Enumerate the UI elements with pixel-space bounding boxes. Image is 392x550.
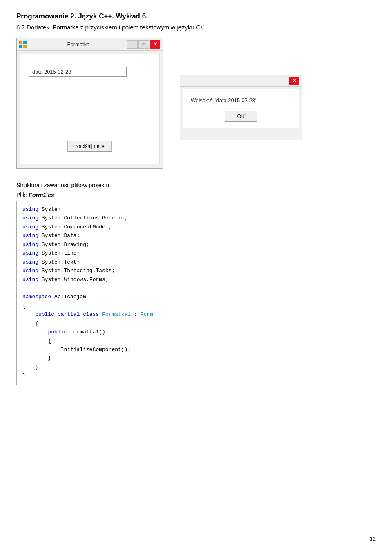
code-line-18: } [22,363,239,371]
dialog-window: ✕ Wpisałeś: 'data 2015-02-28' OK [180,75,302,140]
code-line-1: using System; [22,205,239,214]
code-line-17: } [22,354,239,362]
dialog-ok-button[interactable]: OK [225,111,258,122]
main-window-controls: − □ ✕ [127,40,160,49]
code-line-7: using System.Text; [22,258,239,266]
main-window-title: Formatka [30,41,127,47]
svg-rect-0 [19,41,22,44]
page-subtitle: 6.7 Dodatek. Formatka z przyciskiem i po… [16,24,376,31]
filename: Form1.cs [29,192,54,198]
page-header: Programowanie 2. Język C++. Wykład 6. 6.… [16,12,376,31]
code-line-blank [22,284,239,293]
file-prefix: Plik: [16,192,29,198]
dialog-close-button[interactable]: ✕ [289,77,299,85]
dialog-titlebar: ✕ [180,75,302,87]
text-input-field[interactable] [29,67,127,77]
page-title: Programowanie 2. Język C++. Wykład 6. [16,12,376,20]
file-label: Plik: Form1.cs [16,192,376,198]
code-line-9: using System.Windows.Forms; [22,275,239,284]
code-line-15: { [22,337,239,345]
code-block: using System; using System.Collections.G… [16,201,245,385]
minimize-button[interactable]: − [127,40,138,49]
main-window-body: Naciśnij mnie [20,54,160,164]
main-close-button[interactable]: ✕ [150,40,160,49]
main-window: Formatka − □ ✕ Naciśnij mnie [16,38,163,169]
svg-rect-3 [23,45,27,48]
main-window-titlebar: Formatka − □ ✕ [17,38,163,51]
code-line-16: InitializeComponent(); [22,345,239,354]
svg-rect-2 [19,45,22,48]
svg-rect-1 [23,41,27,44]
ui-area: Formatka − □ ✕ Naciśnij mnie ✕ Wpisałeś:… [16,38,376,169]
code-line-4: using System.Data; [22,231,239,240]
app-icon [19,41,27,48]
code-line-11: { [22,302,239,310]
page-number: 12 [370,536,376,542]
dialog-message: Wpisałeś: 'data 2015-02-28' [191,97,291,103]
maximize-button[interactable]: □ [138,40,149,49]
dialog-body: Wpisałeś: 'data 2015-02-28' OK [183,89,299,128]
code-line-6: using System.Linq; [22,249,239,257]
nacisnij-button[interactable]: Naciśnij mnie [67,141,112,152]
code-line-10: namespace AplicacjaWF [22,293,239,301]
code-line-3: using System.ComponentModel; [22,223,239,231]
code-line-5: using System.Drawing; [22,240,239,249]
structure-heading: Struktura i zawartość plików projektu [16,182,376,188]
code-line-14: public Formatka1() [22,328,239,336]
code-line-8: using System.Threading.Tasks; [22,266,239,275]
code-line-12: public partial class Formatka1 : Form [22,310,239,319]
code-line-2: using System.Collections.Generic; [22,214,239,222]
code-line-13: { [22,319,239,328]
code-line-19: } [22,371,239,380]
